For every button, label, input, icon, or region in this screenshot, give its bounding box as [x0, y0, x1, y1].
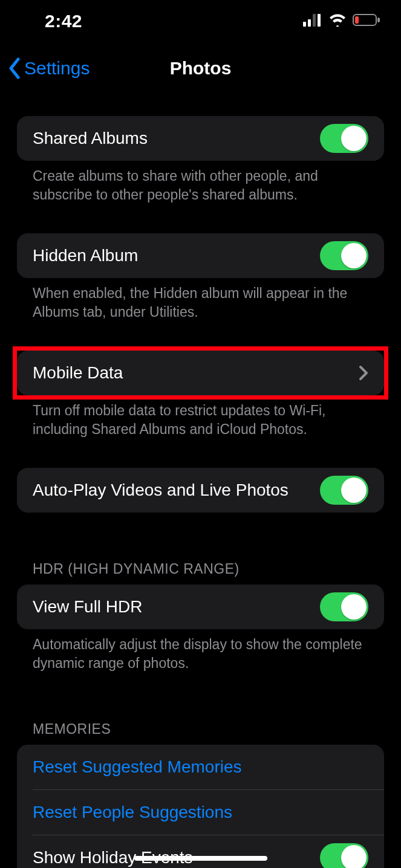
shared-albums-row[interactable]: Shared Albums	[17, 116, 384, 161]
shared-albums-toggle[interactable]	[320, 124, 368, 153]
autoplay-label: Auto-Play Videos and Live Photos	[33, 481, 289, 500]
battery-low-icon	[353, 13, 380, 29]
memories-section-header: MEMORIES	[17, 721, 384, 745]
chevron-left-icon	[7, 57, 22, 79]
svg-rect-0	[303, 22, 306, 27]
hidden-album-footer: When enabled, the Hidden album will appe…	[17, 278, 384, 322]
content: Shared Albums Create albums to share wit…	[0, 94, 401, 868]
home-indicator[interactable]	[134, 856, 267, 861]
hidden-album-row[interactable]: Hidden Album	[17, 233, 384, 278]
mobile-data-row[interactable]: Mobile Data	[17, 351, 384, 395]
reset-suggested-memories-row[interactable]: Reset Suggested Memories	[17, 745, 384, 789]
view-hdr-row[interactable]: View Full HDR	[17, 585, 384, 629]
shared-albums-label: Shared Albums	[33, 129, 148, 148]
autoplay-row[interactable]: Auto-Play Videos and Live Photos	[17, 468, 384, 513]
mobile-data-label: Mobile Data	[33, 363, 123, 383]
nav-bar: Settings Photos	[0, 42, 401, 94]
shared-albums-footer: Create albums to share with other people…	[17, 161, 384, 204]
cellular-icon	[303, 13, 322, 29]
show-holiday-events-row[interactable]: Show Holiday Events	[17, 835, 384, 868]
reset-people-suggestions-row[interactable]: Reset People Suggestions	[17, 790, 384, 835]
mobile-data-footer: Turn off mobile data to restrict updates…	[17, 395, 384, 439]
chevron-right-icon	[359, 365, 368, 381]
page-title: Photos	[170, 58, 232, 79]
status-bar: 2:42	[0, 0, 401, 42]
view-hdr-toggle[interactable]	[320, 592, 368, 621]
svg-rect-2	[313, 14, 316, 27]
show-holiday-events-toggle[interactable]	[320, 843, 368, 868]
reset-people-suggestions-label: Reset People Suggestions	[33, 803, 232, 822]
hidden-album-label: Hidden Album	[33, 246, 138, 265]
view-hdr-footer: Automatically adjust the display to show…	[17, 629, 384, 673]
status-icons	[303, 13, 380, 29]
svg-rect-3	[318, 14, 321, 27]
svg-rect-6	[377, 18, 380, 22]
svg-rect-1	[308, 19, 311, 27]
back-button[interactable]: Settings	[7, 57, 90, 79]
autoplay-toggle[interactable]	[320, 476, 368, 505]
wifi-icon	[328, 13, 347, 29]
mobile-data-highlight: Mobile Data	[13, 346, 388, 400]
hidden-album-toggle[interactable]	[320, 241, 368, 270]
back-label: Settings	[24, 58, 90, 79]
svg-rect-5	[355, 16, 359, 24]
reset-suggested-memories-label: Reset Suggested Memories	[33, 757, 242, 777]
view-hdr-label: View Full HDR	[33, 597, 143, 617]
status-time: 2:42	[45, 11, 82, 31]
memories-group: Reset Suggested Memories Reset People Su…	[17, 745, 384, 868]
hdr-section-header: HDR (HIGH DYNAMIC RANGE)	[17, 561, 384, 585]
